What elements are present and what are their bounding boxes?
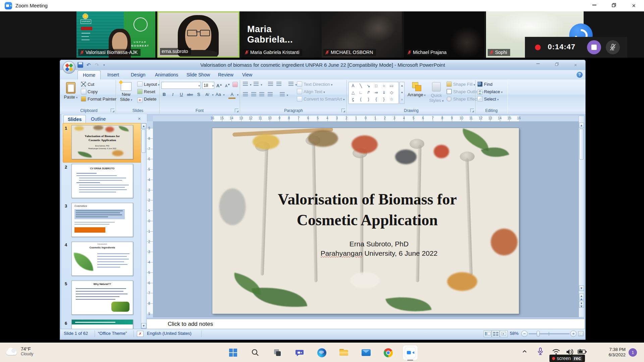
columns-dropdown-icon[interactable] (286, 92, 288, 97)
cut-button[interactable]: Cut (81, 81, 94, 88)
text-direction-button[interactable]: Text Direction (297, 81, 332, 88)
slide-scrollbar-thumb[interactable] (579, 129, 584, 160)
shapes-gallery-scroll[interactable]: ▲▼≡ (399, 82, 405, 104)
weather-widget[interactable]: 74°F Cloudy (5, 346, 33, 356)
line-spacing-dropdown-icon[interactable] (294, 82, 297, 87)
zoom-out-button[interactable]: − (521, 330, 528, 337)
tab-home[interactable]: Home (77, 70, 101, 80)
character-spacing-dropdown-icon[interactable] (211, 92, 214, 97)
stop-recording-button[interactable] (587, 40, 601, 54)
slide-thumbnail-5[interactable]: Why Natural?? (71, 281, 133, 315)
format-painter-button[interactable]: Format Painter (81, 96, 116, 103)
shape-gallery-item[interactable]: A (349, 82, 357, 89)
clear-formatting-button[interactable] (232, 81, 238, 88)
theme-name[interactable]: “Office Theme” (98, 331, 127, 336)
shape-gallery-item[interactable]: ◇ (388, 89, 395, 96)
slide-title[interactable]: Valorisation of Biomass for Cosmetic App… (222, 189, 512, 231)
notes-pane[interactable]: Click to add notes (147, 319, 584, 329)
tray-mic-button[interactable] (537, 348, 544, 357)
shrink-font-button[interactable]: A▼ (225, 81, 230, 88)
grow-font-button[interactable]: A▲ (216, 81, 222, 88)
redo-icon[interactable]: ↷ (94, 62, 100, 68)
text-shadow-button[interactable]: S (195, 91, 202, 98)
shape-gallery-item[interactable]: ↱ (365, 89, 372, 96)
slide-canvas[interactable]: Valorisation of Biomass for Cosmetic App… (212, 128, 519, 314)
start-button[interactable] (226, 345, 240, 360)
tab-slide-show[interactable]: Slide Show (181, 70, 215, 79)
italic-button[interactable]: I (169, 91, 176, 98)
ppt-minimize-button[interactable] (532, 62, 544, 68)
video-tile-maria[interactable]: Maria Gabriela... Maria Gabriela Kristan… (241, 11, 320, 58)
shape-gallery-item[interactable]: ╲ (357, 82, 365, 89)
panel-close-button[interactable]: × (138, 116, 141, 121)
tab-insert[interactable]: Insert (102, 70, 124, 79)
font-size-combo[interactable]: 18 (202, 82, 214, 89)
search-button[interactable] (248, 345, 263, 360)
scroll-down-icon[interactable]: ▼ (579, 286, 584, 291)
tab-view[interactable]: View (237, 70, 257, 79)
columns-icon[interactable] (280, 92, 285, 96)
language-status[interactable]: English (United States) (147, 331, 192, 336)
zoom-restore-button[interactable] (604, 0, 624, 11)
bullets-icon[interactable] (243, 82, 248, 86)
align-center-icon[interactable] (251, 92, 256, 96)
convert-smartart-button[interactable]: Convert to SmartArt (297, 96, 344, 103)
bold-button[interactable]: B (161, 91, 168, 98)
slide-sorter-view-button[interactable] (492, 330, 500, 337)
slide-author[interactable]: Erna Subroto, PhD (253, 240, 505, 248)
panel-tab-outline[interactable]: Outline (87, 115, 110, 123)
underline-button[interactable]: U (178, 91, 185, 98)
shape-gallery-item[interactable]: ↘ (365, 82, 372, 89)
previous-slide-button[interactable]: ▲▲ (579, 294, 584, 300)
shape-gallery-item[interactable]: ϛ (349, 96, 357, 103)
fit-to-window-button[interactable] (578, 331, 584, 336)
new-slide-button[interactable]: New Slide (117, 81, 135, 103)
save-icon[interactable] (77, 62, 83, 68)
shape-gallery-item[interactable]: ⇒ (372, 89, 380, 96)
chat-button[interactable] (292, 345, 307, 360)
change-case-dropdown-icon[interactable] (222, 92, 225, 97)
scroll-up-icon[interactable]: ▲ (141, 123, 146, 129)
help-button[interactable]: ? (577, 72, 583, 78)
shape-gallery-item[interactable]: △ (349, 89, 357, 96)
tab-animations[interactable]: Animations (150, 70, 183, 79)
zoom-minimize-button[interactable] (584, 0, 604, 11)
slide-thumbnail-1[interactable]: Valorisation of Biomass for Cosmetic App… (71, 125, 133, 159)
character-spacing-button[interactable]: AV (204, 91, 211, 98)
tray-chevron-button[interactable] (522, 349, 527, 356)
shape-fill-button[interactable]: Shape Fill (446, 81, 475, 88)
align-right-icon[interactable] (259, 92, 264, 96)
bullets-dropdown-icon[interactable] (249, 82, 252, 87)
qat-dropdown-icon[interactable] (102, 62, 105, 67)
replace-button[interactable]: abacReplace (477, 88, 502, 96)
align-left-icon[interactable] (243, 92, 248, 96)
notification-badge[interactable]: 1 (629, 348, 637, 357)
select-button[interactable]: Select (477, 96, 499, 103)
justify-icon[interactable] (268, 92, 273, 96)
task-view-button[interactable] (270, 345, 285, 360)
font-color-dropdown-icon[interactable] (236, 92, 238, 97)
notes-placeholder[interactable]: Click to add notes (168, 321, 213, 327)
zoom-slider-thumb[interactable] (537, 331, 540, 337)
slide-affiliation[interactable]: Parahyangan University, 6 June 2022 (253, 249, 505, 257)
ppt-close-button[interactable]: × (570, 62, 581, 68)
clock-widget[interactable]: 7:38 PM 6/3/2022 (592, 347, 626, 358)
slide-thumbnail-3[interactable]: Cosmetics (71, 203, 133, 237)
panel-scrollbar-thumb[interactable] (142, 129, 146, 153)
slide-thumbnail-4[interactable]: Introduction Cosmetic Ingredients (71, 242, 133, 276)
font-name-combo[interactable] (161, 82, 201, 89)
change-case-button[interactable]: Aa (215, 91, 222, 98)
strikethrough-button[interactable]: abe (186, 91, 194, 98)
slide-thumbnail-2[interactable]: CV ERNA SUBROTO (71, 164, 133, 198)
font-color-button[interactable]: A (228, 92, 235, 99)
tab-review[interactable]: Review (213, 70, 238, 79)
video-tile-michael-prajana[interactable]: Michael Prajana (404, 11, 484, 58)
layout-button[interactable]: Layout (137, 81, 160, 88)
slideshow-view-button[interactable] (500, 330, 508, 337)
numbering-icon[interactable] (254, 82, 259, 86)
spellcheck-status-icon[interactable]: ✗ (137, 331, 144, 337)
zoom-slider-track[interactable] (529, 334, 570, 334)
line-spacing-icon[interactable] (288, 82, 293, 86)
tab-design[interactable]: Design (126, 70, 151, 79)
shape-gallery-item[interactable]: ▭ (388, 82, 395, 89)
